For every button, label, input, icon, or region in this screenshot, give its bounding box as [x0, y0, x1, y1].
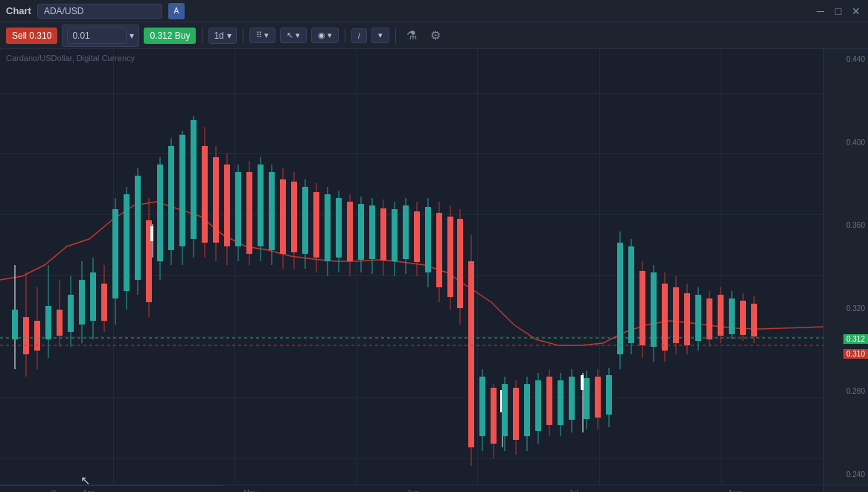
time-label-aug: Aug: [728, 489, 741, 493]
svg-rect-67: [369, 205, 375, 259]
svg-rect-39: [213, 157, 219, 243]
symbol-input[interactable]: [37, 4, 162, 19]
svg-rect-87: [479, 377, 485, 436]
svg-rect-37: [202, 146, 208, 243]
svg-rect-35: [191, 120, 197, 239]
svg-rect-137: [740, 301, 746, 335]
svg-rect-111: [595, 377, 601, 418]
indicator-icon: ◉: [318, 31, 325, 40]
price-label-5: 0.280: [827, 387, 865, 395]
time-axis-labels: Apr May Jun Jul Aug: [0, 485, 823, 492]
close-button[interactable]: ✕: [850, 5, 862, 17]
time-label-apr: Apr: [82, 489, 94, 493]
price-chart: [0, 49, 823, 485]
svg-rect-65: [358, 204, 364, 260]
svg-rect-33: [179, 135, 185, 246]
separator-2: [243, 28, 243, 43]
chart-area: Cardano/USDollar, Digital Currency: [0, 49, 868, 485]
svg-rect-9: [57, 310, 63, 336]
time-label-jul: Jul: [569, 489, 578, 493]
candlestick-group: [12, 116, 757, 466]
svg-rect-121: [651, 272, 657, 347]
svg-rect-131: [706, 298, 712, 339]
price-label-1: 0.440: [827, 55, 865, 63]
title-bar: Chart A ─ □ ✕: [0, 0, 868, 22]
title-bar-left: Chart A: [6, 3, 185, 19]
indicator-btn[interactable]: ◉ ▾: [311, 28, 339, 43]
svg-rect-1: [12, 310, 18, 339]
symbol-icon: A: [168, 3, 185, 19]
svg-rect-3: [23, 317, 29, 354]
svg-rect-103: [558, 380, 564, 425]
svg-rect-53: [291, 182, 297, 252]
svg-rect-97: [524, 384, 530, 436]
time-label-jun: Jun: [407, 489, 419, 493]
minimize-button[interactable]: ─: [814, 5, 826, 17]
maximize-button[interactable]: □: [832, 5, 844, 17]
svg-rect-139: [751, 304, 757, 336]
drawing-tool-btn[interactable]: ⠿ ▾: [249, 28, 275, 43]
toolbar: Sell 0.310 ▾ 0.312 Buy 1d ▾ ⠿ ▾ ↖ ▾ ◉ ▾ …: [0, 22, 868, 49]
svg-rect-135: [729, 298, 735, 334]
svg-rect-85: [468, 261, 474, 447]
svg-rect-13: [79, 280, 85, 325]
line-more-icon: ▾: [378, 31, 383, 40]
svg-rect-73: [403, 205, 409, 259]
svg-rect-89: [491, 388, 497, 444]
svg-rect-17: [101, 284, 107, 321]
svg-rect-57: [313, 192, 319, 258]
lot-input[interactable]: [67, 28, 127, 44]
scroll-controls: ◀ ▶: [823, 485, 868, 492]
svg-rect-95: [513, 388, 519, 440]
sell-button[interactable]: Sell 0.310: [6, 28, 57, 44]
svg-rect-27: [150, 226, 153, 241]
svg-rect-101: [546, 377, 552, 425]
indicator-arrow: ▾: [328, 31, 332, 40]
price-label-4: 0.320: [827, 304, 865, 313]
svg-rect-81: [447, 217, 453, 297]
svg-rect-107: [581, 375, 584, 390]
settings-button[interactable]: ⚙: [426, 27, 445, 44]
svg-rect-61: [336, 198, 342, 258]
app-title: Chart: [6, 5, 31, 16]
svg-rect-69: [380, 208, 386, 261]
symbol-icon-text: A: [174, 7, 179, 15]
svg-rect-47: [258, 164, 264, 246]
svg-rect-71: [392, 209, 398, 261]
cursor-tool-btn[interactable]: ↖ ▾: [280, 28, 307, 43]
price-label-2: 0.400: [827, 138, 865, 147]
svg-rect-105: [569, 377, 575, 420]
time-label-may: May: [243, 489, 258, 493]
buy-button[interactable]: 0.312 Buy: [144, 28, 196, 44]
svg-rect-79: [436, 213, 442, 287]
timeframe-label: 1d: [214, 31, 223, 41]
svg-rect-5: [34, 321, 40, 351]
svg-rect-125: [673, 287, 679, 343]
svg-rect-55: [302, 187, 308, 254]
drawing-arrow: ▾: [264, 31, 269, 40]
cursor-icon: ↖: [287, 31, 293, 40]
svg-rect-59: [325, 194, 331, 261]
svg-rect-21: [124, 194, 130, 291]
svg-rect-117: [628, 246, 634, 343]
bottom-section: Apr May Jun Jul Aug 2023 ◀ ▶: [0, 485, 868, 492]
svg-rect-99: [535, 380, 541, 431]
flask-button[interactable]: ⚗: [402, 27, 421, 44]
svg-rect-43: [235, 172, 241, 246]
svg-rect-75: [414, 211, 420, 262]
svg-rect-63: [347, 202, 353, 261]
line-icon: /: [358, 31, 360, 40]
svg-rect-123: [662, 284, 668, 351]
svg-rect-51: [280, 179, 286, 254]
line-more-btn[interactable]: ▾: [371, 28, 389, 43]
line-tool-btn[interactable]: /: [351, 28, 367, 43]
price-axis: 0.440 0.400 0.360 0.320 0.280 0.240: [823, 49, 868, 485]
cursor-arrow: ▾: [296, 31, 300, 40]
timeframe-arrow: ▾: [227, 31, 232, 41]
svg-rect-29: [157, 164, 163, 261]
separator-3: [345, 28, 345, 43]
timeframe-dropdown[interactable]: 1d ▾: [208, 28, 236, 44]
lot-size-dropdown[interactable]: ▾: [62, 25, 139, 47]
svg-rect-45: [246, 172, 252, 254]
svg-rect-133: [718, 295, 724, 336]
